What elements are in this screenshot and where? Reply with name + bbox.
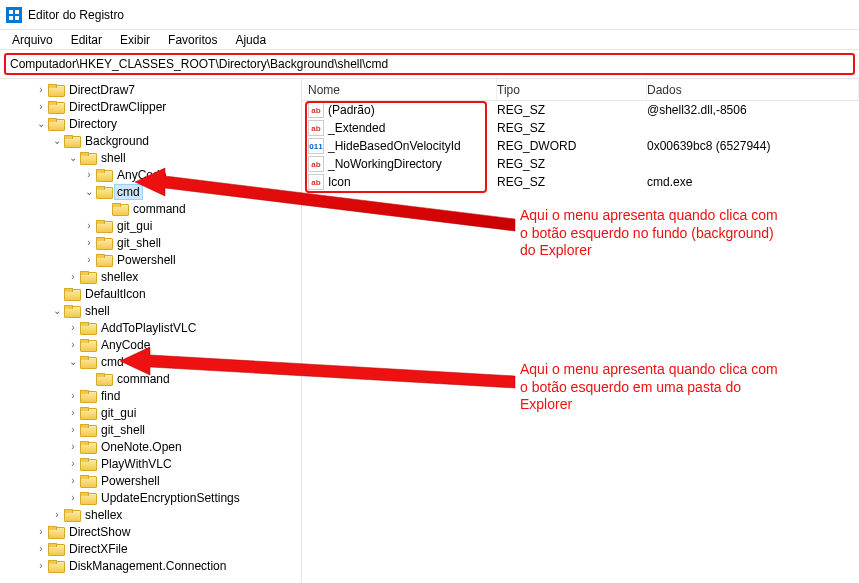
chevron-down-icon[interactable]: ⌄ bbox=[82, 185, 96, 199]
column-header-name[interactable]: Nome bbox=[302, 79, 497, 100]
folder-icon bbox=[64, 508, 80, 522]
chevron-right-icon[interactable]: › bbox=[34, 525, 48, 539]
folder-icon bbox=[64, 287, 80, 301]
tree-node-cmd-command[interactable]: ·command bbox=[0, 200, 301, 217]
value-row[interactable]: 011_HideBasedOnVelocityIdREG_DWORD0x0063… bbox=[302, 137, 859, 155]
folder-icon bbox=[80, 491, 96, 505]
chevron-right-icon[interactable]: › bbox=[82, 219, 96, 233]
column-header-data[interactable]: Dados bbox=[647, 79, 859, 100]
value-name: _NoWorkingDirectory bbox=[328, 157, 497, 171]
folder-icon bbox=[80, 151, 96, 165]
tree-node-git-shell[interactable]: ›git_shell bbox=[0, 234, 301, 251]
tree-node-background[interactable]: ⌄Background bbox=[0, 132, 301, 149]
menu-arquivo[interactable]: Arquivo bbox=[4, 32, 61, 48]
tree-node-defaulticon[interactable]: ·DefaultIcon bbox=[0, 285, 301, 302]
tree-node-directdraw7[interactable]: ›DirectDraw7 bbox=[0, 81, 301, 98]
reg-string-icon: ab bbox=[308, 120, 324, 136]
menu-favoritos[interactable]: Favoritos bbox=[160, 32, 225, 48]
column-header-type[interactable]: Tipo bbox=[497, 79, 647, 100]
value-rows-container: ab(Padrão)REG_SZ@shell32.dll,-8506ab_Ext… bbox=[302, 101, 859, 191]
window-title: Editor do Registro bbox=[28, 8, 124, 22]
tree-node-directshow[interactable]: ›DirectShow bbox=[0, 523, 301, 540]
chevron-down-icon[interactable]: ⌄ bbox=[66, 151, 80, 165]
value-name: _HideBasedOnVelocityId bbox=[328, 139, 497, 153]
tree-node-directdrawclipper[interactable]: ›DirectDrawClipper bbox=[0, 98, 301, 115]
address-bar[interactable] bbox=[4, 53, 855, 75]
tree-node-powershell[interactable]: ›Powershell bbox=[0, 251, 301, 268]
tree-node-git-gui2[interactable]: ›git_gui bbox=[0, 404, 301, 421]
chevron-right-icon[interactable]: › bbox=[82, 236, 96, 250]
value-row[interactable]: ab_ExtendedREG_SZ bbox=[302, 119, 859, 137]
chevron-right-icon[interactable]: › bbox=[66, 338, 80, 352]
chevron-right-icon[interactable]: › bbox=[66, 406, 80, 420]
folder-icon bbox=[48, 83, 64, 97]
svg-rect-0 bbox=[9, 10, 13, 14]
folder-icon bbox=[80, 338, 96, 352]
chevron-right-icon[interactable]: › bbox=[66, 440, 80, 454]
address-bar-container bbox=[0, 50, 859, 78]
folder-icon bbox=[96, 253, 112, 267]
tree-node-git-gui[interactable]: ›git_gui bbox=[0, 217, 301, 234]
tree-node-directory[interactable]: ⌄Directory bbox=[0, 115, 301, 132]
tree-node-cmd[interactable]: ⌄cmd bbox=[0, 183, 301, 200]
tree-node-bg-shell[interactable]: ⌄shell bbox=[0, 149, 301, 166]
chevron-right-icon[interactable]: › bbox=[50, 508, 64, 522]
value-name: _Extended bbox=[328, 121, 497, 135]
tree-node-diskmgmt[interactable]: ›DiskManagement.Connection bbox=[0, 557, 301, 574]
chevron-right-icon[interactable]: › bbox=[66, 270, 80, 284]
tree-node-git-shell2[interactable]: ›git_shell bbox=[0, 421, 301, 438]
value-row[interactable]: abIconREG_SZcmd.exe bbox=[302, 173, 859, 191]
value-list-pane[interactable]: Nome Tipo Dados ab(Padrão)REG_SZ@shell32… bbox=[302, 79, 859, 583]
menubar: Arquivo Editar Exibir Favoritos Ajuda bbox=[0, 30, 859, 50]
chevron-right-icon[interactable]: › bbox=[82, 253, 96, 267]
svg-rect-2 bbox=[9, 16, 13, 20]
tree-node-shellex[interactable]: ›shellex bbox=[0, 268, 301, 285]
reg-string-icon: ab bbox=[308, 102, 324, 118]
chevron-right-icon[interactable]: › bbox=[34, 559, 48, 573]
menu-exibir[interactable]: Exibir bbox=[112, 32, 158, 48]
tree-node-updateencryptionsettings[interactable]: ›UpdateEncryptionSettings bbox=[0, 489, 301, 506]
value-data: 0x00639bc8 (6527944) bbox=[647, 139, 859, 153]
tree-node-cmd2[interactable]: ⌄cmd bbox=[0, 353, 301, 370]
chevron-down-icon[interactable]: ⌄ bbox=[50, 134, 64, 148]
tree-node-anycode[interactable]: ›AnyCode bbox=[0, 166, 301, 183]
tree-node-cmd2-command[interactable]: ·command bbox=[0, 370, 301, 387]
tree-node-shell[interactable]: ⌄shell bbox=[0, 302, 301, 319]
value-type: REG_SZ bbox=[497, 121, 647, 135]
chevron-down-icon[interactable]: ⌄ bbox=[34, 117, 48, 131]
chevron-right-icon[interactable]: › bbox=[66, 457, 80, 471]
chevron-down-icon[interactable]: ⌄ bbox=[66, 355, 80, 369]
tree-node-powershell2[interactable]: ›Powershell bbox=[0, 472, 301, 489]
chevron-right-icon[interactable]: › bbox=[66, 474, 80, 488]
reg-string-icon: ab bbox=[308, 174, 324, 190]
chevron-right-icon[interactable]: › bbox=[34, 100, 48, 114]
chevron-right-icon[interactable]: › bbox=[66, 423, 80, 437]
chevron-right-icon[interactable]: › bbox=[34, 83, 48, 97]
folder-icon bbox=[80, 389, 96, 403]
tree-node-directxfile[interactable]: ›DirectXFile bbox=[0, 540, 301, 557]
tree-node-addtoplaylistvlc[interactable]: ›AddToPlaylistVLC bbox=[0, 319, 301, 336]
value-data: @shell32.dll,-8506 bbox=[647, 103, 859, 117]
chevron-right-icon[interactable]: › bbox=[82, 168, 96, 182]
tree-node-anycode2[interactable]: ›AnyCode bbox=[0, 336, 301, 353]
tree-node-playwithvlc[interactable]: ›PlayWithVLC bbox=[0, 455, 301, 472]
folder-icon bbox=[80, 440, 96, 454]
chevron-right-icon[interactable]: › bbox=[66, 389, 80, 403]
tree-node-shellex2[interactable]: ›shellex bbox=[0, 506, 301, 523]
chevron-down-icon[interactable]: ⌄ bbox=[50, 304, 64, 318]
reg-binary-icon: 011 bbox=[308, 138, 324, 154]
value-row[interactable]: ab_NoWorkingDirectoryREG_SZ bbox=[302, 155, 859, 173]
value-row[interactable]: ab(Padrão)REG_SZ@shell32.dll,-8506 bbox=[302, 101, 859, 119]
folder-icon bbox=[80, 355, 96, 369]
tree-node-find[interactable]: ›find bbox=[0, 387, 301, 404]
chevron-right-icon[interactable]: › bbox=[66, 321, 80, 335]
regedit-icon bbox=[6, 7, 22, 23]
folder-icon bbox=[80, 457, 96, 471]
chevron-right-icon[interactable]: › bbox=[66, 491, 80, 505]
chevron-right-icon[interactable]: › bbox=[34, 542, 48, 556]
menu-ajuda[interactable]: Ajuda bbox=[227, 32, 274, 48]
folder-icon bbox=[80, 406, 96, 420]
tree-pane[interactable]: ›DirectDraw7 ›DirectDrawClipper ⌄Directo… bbox=[0, 79, 302, 583]
menu-editar[interactable]: Editar bbox=[63, 32, 110, 48]
tree-node-onenoteopen[interactable]: ›OneNote.Open bbox=[0, 438, 301, 455]
